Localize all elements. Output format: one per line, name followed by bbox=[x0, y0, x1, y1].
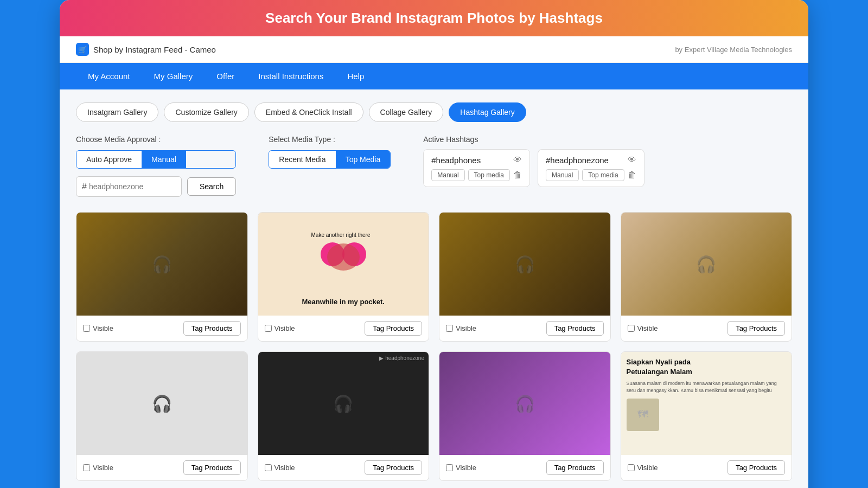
media-card-footer-5: Visible Tag Products bbox=[258, 455, 429, 480]
hashtag-cards: #headphones 👁 Manual Top media 🗑 bbox=[423, 149, 792, 187]
hash-input-wrap: # bbox=[76, 176, 182, 197]
tab-instagram[interactable]: Insatgram Gallery bbox=[76, 102, 158, 122]
app-header: 🛒 Shop by Instagram Feed - Cameo by Expe… bbox=[60, 36, 808, 63]
media-type-group: Select Media Type : Recent Media Top Med… bbox=[269, 135, 391, 169]
visible-check-5[interactable]: Visible bbox=[265, 464, 295, 472]
tag-products-btn-1[interactable]: Tag Products bbox=[365, 321, 422, 336]
media-card-6: 🎧 Visible Tag Products bbox=[439, 351, 611, 481]
visible-check-3[interactable]: Visible bbox=[628, 324, 658, 332]
visible-checkbox-7[interactable] bbox=[628, 464, 635, 471]
nav-item-my-account[interactable]: My Account bbox=[76, 63, 142, 89]
media-card-5: ▶ headphonezone 🎧 Visible Tag Products bbox=[258, 351, 430, 481]
media-approval-toggle: Auto Approve Manual bbox=[76, 150, 236, 169]
media-type-toggle: Recent Media Top Media bbox=[269, 150, 391, 169]
media-image-6: 🎧 bbox=[439, 352, 610, 455]
tab-customize[interactable]: Customize Gallery bbox=[164, 102, 248, 122]
media-card-0: 🎧 Visible Tag Products bbox=[76, 212, 248, 342]
auto-approve-btn[interactable]: Auto Approve bbox=[76, 151, 142, 168]
visible-check-7[interactable]: Visible bbox=[628, 464, 658, 472]
visible-checkbox-0[interactable] bbox=[83, 325, 90, 332]
svg-text:Make another right there: Make another right there bbox=[311, 232, 370, 238]
visible-check-1[interactable]: Visible bbox=[265, 324, 295, 332]
gallery-tabs: Insatgram Gallery Customize Gallery Embe… bbox=[76, 102, 792, 122]
visible-label-0: Visible bbox=[93, 324, 113, 332]
media-card-footer-7: Visible Tag Products bbox=[621, 455, 792, 480]
visible-checkbox-5[interactable] bbox=[265, 464, 272, 471]
tag-products-btn-5[interactable]: Tag Products bbox=[365, 460, 422, 475]
tag-products-btn-7[interactable]: Tag Products bbox=[727, 460, 785, 475]
visible-checkbox-3[interactable] bbox=[628, 325, 635, 332]
main-content: Insatgram Gallery Customize Gallery Embe… bbox=[60, 89, 808, 488]
hashtag-input[interactable] bbox=[89, 182, 176, 191]
hashtag-name-1: #headphonezone bbox=[546, 156, 609, 165]
hash-symbol: # bbox=[82, 182, 87, 191]
nav-item-install[interactable]: Install Instructions bbox=[246, 63, 335, 89]
tag-products-btn-3[interactable]: Tag Products bbox=[727, 321, 785, 336]
active-hashtags-section: Active Hashtags #headphones 👁 Manual Top… bbox=[423, 135, 792, 187]
visible-check-6[interactable]: Visible bbox=[446, 464, 476, 472]
tag-products-btn-0[interactable]: Tag Products bbox=[183, 321, 241, 336]
hashtag-name-0: #headphones bbox=[431, 156, 481, 165]
hashtag-badge-manual-0: Manual bbox=[431, 169, 464, 181]
visible-checkbox-6[interactable] bbox=[446, 464, 453, 471]
top-media-btn[interactable]: Top Media bbox=[336, 151, 391, 168]
visible-label-4: Visible bbox=[93, 464, 113, 472]
media-image-2: 🎧 bbox=[439, 213, 610, 316]
tab-collage[interactable]: Collage Gallery bbox=[369, 102, 444, 122]
tag-products-btn-6[interactable]: Tag Products bbox=[546, 460, 604, 475]
hashtag-badge-manual-1: Manual bbox=[546, 169, 579, 181]
nav-item-my-gallery[interactable]: My Gallery bbox=[142, 63, 205, 89]
search-button[interactable]: Search bbox=[187, 177, 236, 196]
manual-btn[interactable]: Manual bbox=[142, 151, 186, 168]
tab-hashtag[interactable]: Hashtag Gallery bbox=[449, 102, 526, 122]
media-card-footer-2: Visible Tag Products bbox=[439, 316, 610, 341]
visible-check-2[interactable]: Visible bbox=[446, 324, 476, 332]
media-image-4: 🎧 bbox=[76, 352, 247, 455]
visible-label-1: Visible bbox=[275, 324, 295, 332]
media-type-label: Select Media Type : bbox=[269, 135, 391, 144]
media-card-7: Siapkan Nyali padaPetualangan Malam Suas… bbox=[621, 351, 793, 481]
hashtag-card-1: #headphonezone 👁 Manual Top media 🗑 bbox=[538, 149, 644, 187]
hashtag-badge-type-0: Top media bbox=[468, 169, 510, 181]
visible-checkbox-4[interactable] bbox=[83, 464, 90, 471]
app-container: Search Your Brand Instagram Photos by Ha… bbox=[60, 0, 808, 488]
visible-checkbox-2[interactable] bbox=[446, 325, 453, 332]
nav-item-help[interactable]: Help bbox=[335, 63, 376, 89]
hashtag-eye-icon-1[interactable]: 👁 bbox=[628, 155, 636, 165]
media-approval-label: Choose Media Approval : bbox=[76, 135, 236, 144]
hashtag-delete-icon-1[interactable]: 🗑 bbox=[628, 170, 636, 180]
hashtag-tags-1: Manual Top media 🗑 bbox=[546, 169, 636, 181]
recent-media-btn[interactable]: Recent Media bbox=[269, 151, 335, 168]
visible-label-5: Visible bbox=[275, 464, 295, 472]
visible-check-4[interactable]: Visible bbox=[83, 464, 113, 472]
tag-products-btn-4[interactable]: Tag Products bbox=[183, 460, 241, 475]
hashtag-tags-0: Manual Top media 🗑 bbox=[431, 169, 522, 181]
media-card-footer-0: Visible Tag Products bbox=[76, 316, 247, 341]
top-banner: Search Your Brand Instagram Photos by Ha… bbox=[60, 0, 808, 36]
media-card-footer-4: Visible Tag Products bbox=[76, 455, 247, 480]
hashtag-badge-type-1: Top media bbox=[582, 169, 624, 181]
visible-check-0[interactable]: Visible bbox=[83, 324, 113, 332]
media-image-7: Siapkan Nyali padaPetualangan Malam Suas… bbox=[621, 352, 792, 455]
media-card-3: 🎧 Visible Tag Products bbox=[621, 212, 793, 342]
hashtag-delete-icon-0[interactable]: 🗑 bbox=[513, 170, 522, 180]
media-card-2: 🎧 Visible Tag Products bbox=[439, 212, 611, 342]
media-card-footer-1: Visible Tag Products bbox=[258, 316, 429, 341]
visible-checkbox-1[interactable] bbox=[265, 325, 272, 332]
active-hashtags-label: Active Hashtags bbox=[423, 135, 792, 144]
hashtag-card-1-header: #headphonezone 👁 bbox=[546, 155, 636, 165]
media-card-footer-3: Visible Tag Products bbox=[621, 316, 792, 341]
media-image-3: 🎧 bbox=[621, 213, 792, 316]
visible-label-6: Visible bbox=[456, 464, 476, 472]
tab-embed[interactable]: Embed & OneClick Install bbox=[254, 102, 363, 122]
nav-item-offer[interactable]: Offer bbox=[205, 63, 246, 89]
visible-label-2: Visible bbox=[456, 324, 476, 332]
app-credit: by Expert Village Media Technologies bbox=[675, 46, 792, 54]
hashtag-search-row: # Search bbox=[76, 176, 236, 197]
top-banner-text: Search Your Brand Instagram Photos by Ha… bbox=[265, 10, 603, 26]
media-image-5: ▶ headphonezone 🎧 bbox=[258, 352, 429, 455]
hashtag-eye-icon-0[interactable]: 👁 bbox=[513, 155, 522, 165]
svg-point-2 bbox=[327, 243, 360, 271]
tag-products-btn-2[interactable]: Tag Products bbox=[546, 321, 604, 336]
visible-label-3: Visible bbox=[637, 324, 658, 332]
